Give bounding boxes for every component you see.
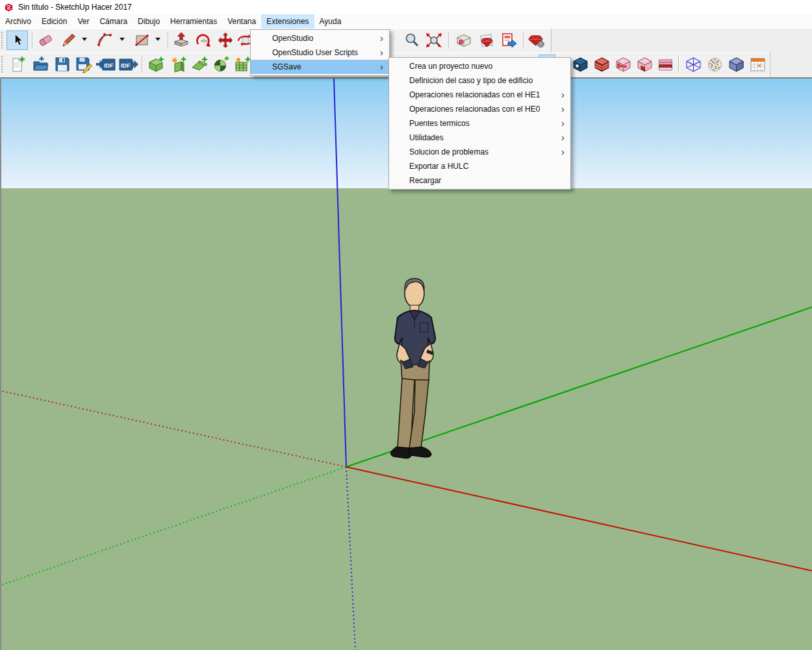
- extension-manager-button[interactable]: [526, 31, 547, 50]
- zoom-tool-button[interactable]: [401, 31, 422, 50]
- menu-dibujo[interactable]: Dibujo: [133, 14, 165, 29]
- followme-icon: [195, 32, 212, 49]
- zoom-extents-tool-button[interactable]: [424, 31, 444, 50]
- app-window: Sin título - SketchUp Hacer 2017 Archivo…: [0, 0, 812, 650]
- menu-item-openstudio-user-scripts[interactable]: OpenStudio User Scripts ›: [251, 45, 389, 60]
- submenu-item-puentes-termicos[interactable]: Puentes termicos ›: [389, 116, 570, 131]
- submenu-item-crea-proyecto[interactable]: Crea un proyecto nuevo: [389, 59, 570, 73]
- sg-cube-pink-red-button[interactable]: [634, 55, 655, 74]
- sketchup-logo-icon: [4, 3, 14, 12]
- zoom-extents-icon: [425, 32, 443, 49]
- os-new-space-button[interactable]: [146, 55, 166, 74]
- followme-tool-button[interactable]: [193, 31, 214, 50]
- os-save-button[interactable]: [52, 55, 73, 74]
- toolbar-separator: [448, 32, 449, 49]
- export-idf-icon: IDF: [118, 56, 139, 73]
- warehouse-model-button[interactable]: [453, 31, 474, 50]
- toolbar-grip[interactable]: [1, 56, 5, 73]
- os-open-button[interactable]: [30, 55, 51, 74]
- share-model-button[interactable]: [499, 31, 520, 50]
- toolbar-separator: [142, 56, 142, 73]
- submenu-arrow-icon: ›: [561, 102, 565, 116]
- scale-figure-person[interactable]: [381, 276, 448, 471]
- extensions-dropdown-menu: OpenStudio › OpenStudio User Scripts › S…: [250, 29, 390, 76]
- select-cursor-icon: [10, 32, 25, 48]
- svg-text:IDF: IDF: [104, 62, 114, 68]
- pushpull-tool-button[interactable]: [171, 31, 192, 50]
- menu-archivo[interactable]: Archivo: [0, 14, 36, 29]
- arc-tool-dropdown-arrow[interactable]: [120, 38, 125, 41]
- submenu-item-definicion-caso[interactable]: Definicion del caso y tipo de edificio: [389, 73, 570, 88]
- toolbar-grip[interactable]: [1, 32, 5, 49]
- red-brick-cube-icon: [593, 56, 611, 73]
- eraser-icon: [37, 32, 54, 49]
- texture-sphere-icon: [706, 56, 724, 73]
- os-save-as-button[interactable]: [73, 55, 94, 74]
- menu-edicion[interactable]: Edición: [36, 14, 72, 29]
- submenu-arrow-icon: ›: [380, 60, 383, 73]
- menu-ver[interactable]: Ver: [72, 14, 94, 29]
- shading-surface-sun-icon: [170, 56, 187, 73]
- extension-warehouse-button[interactable]: [477, 31, 498, 50]
- import-idf-icon: IDF: [95, 56, 116, 73]
- toolbar-separator: [32, 32, 32, 49]
- submenu-item-operaciones-he1[interactable]: Operaciones relacionadas con el HE1 ›: [389, 88, 570, 102]
- eraser-tool-button[interactable]: [35, 31, 56, 50]
- menu-herramientas[interactable]: Herramientas: [165, 14, 222, 29]
- submenu-item-solucion-problemas[interactable]: Solucion de problemas ›: [389, 145, 570, 159]
- submenu-arrow-icon: ›: [561, 145, 565, 158]
- menu-extensiones[interactable]: Extensiones: [261, 14, 314, 29]
- arc-tool-button[interactable]: [95, 31, 116, 50]
- move-tool-button[interactable]: [215, 31, 236, 50]
- menu-item-openstudio[interactable]: OpenStudio ›: [251, 31, 389, 45]
- select-tool-button[interactable]: [6, 31, 28, 50]
- sg-texture-sphere-button[interactable]: [704, 55, 725, 74]
- rectangle-tool-button[interactable]: [132, 31, 153, 50]
- rectangle-tool-dropdown-arrow[interactable]: [155, 38, 160, 41]
- submenu-arrow-icon: ›: [380, 45, 383, 59]
- menu-ayuda[interactable]: Ayuda: [314, 14, 347, 29]
- title-bar: Sin título - SketchUp Hacer 2017: [0, 0, 812, 14]
- line-tool-dropdown-arrow[interactable]: [82, 38, 87, 41]
- submenu-item-operaciones-he0[interactable]: Operaciones relacionadas con el HE0 ›: [389, 102, 570, 116]
- open-folder-icon: [32, 56, 49, 73]
- green-cube-plus-icon: [147, 56, 165, 73]
- submenu-arrow-icon: ›: [561, 88, 565, 101]
- sg-wireframe-cube-button[interactable]: [683, 55, 704, 74]
- toolbar-separator: [678, 56, 679, 73]
- submenu-item-exportar-hulc[interactable]: Exportar a HULC: [389, 159, 570, 173]
- sg-brick-cube-red-button[interactable]: [591, 55, 612, 74]
- move-icon: [217, 32, 234, 49]
- warehouse-box-icon: [455, 32, 473, 49]
- sg-calendar-button[interactable]: [747, 55, 768, 74]
- os-new-button[interactable]: [8, 55, 29, 74]
- menu-item-sgsave[interactable]: SGSave ›: [251, 60, 389, 74]
- os-new-partition-button[interactable]: [189, 55, 210, 74]
- sg-solid-cube-button[interactable]: [726, 55, 746, 74]
- menu-ventana[interactable]: Ventana: [222, 14, 261, 29]
- rectangle-icon: [134, 32, 151, 49]
- pink-cube-red-face-icon: [636, 56, 653, 73]
- sg-brick-cube-pink-button[interactable]: [613, 55, 633, 74]
- sg-layer-stack-button[interactable]: [655, 55, 676, 74]
- os-daylighting-button[interactable]: [210, 55, 231, 74]
- pencil-icon: [60, 32, 77, 49]
- os-export-idf-button[interactable]: IDF: [118, 55, 140, 74]
- line-tool-button[interactable]: [58, 31, 79, 50]
- toolbar-separator: [523, 32, 524, 49]
- os-import-idf-button[interactable]: IDF: [95, 55, 117, 74]
- menu-camara[interactable]: Cámara: [94, 14, 133, 29]
- os-new-shading-button[interactable]: [168, 55, 188, 74]
- submenu-arrow-icon: ›: [380, 31, 383, 45]
- zoom-icon: [403, 32, 420, 49]
- sg-envelope-cube-button[interactable]: [570, 55, 590, 74]
- svg-text:IDF: IDF: [121, 62, 131, 68]
- solid-cube-icon: [728, 56, 745, 73]
- submenu-item-utilidades[interactable]: Utilidades ›: [389, 131, 570, 145]
- extension-manager-icon: [527, 32, 546, 49]
- layer-stack-icon: [657, 56, 674, 73]
- pink-brick-cube-icon: [615, 56, 632, 73]
- submenu-arrow-icon: ›: [561, 116, 565, 130]
- submenu-item-recargar[interactable]: Recargar: [389, 173, 570, 188]
- wireframe-cube-icon: [685, 56, 702, 73]
